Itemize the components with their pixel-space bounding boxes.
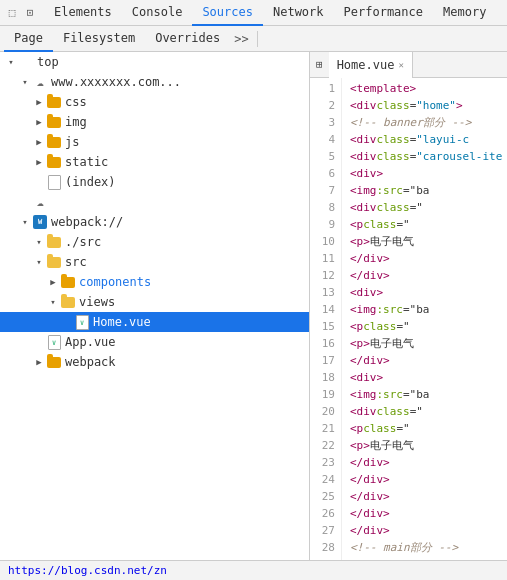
tree-item-static[interactable]: ▶ static [0, 152, 309, 172]
line-number: 11 [310, 250, 335, 267]
code-line: </div> [350, 352, 507, 369]
tree-label-views: views [79, 295, 115, 309]
tree-item-home-vue[interactable]: V Home.vue [0, 312, 309, 332]
tree-item-index[interactable]: (index) [0, 172, 309, 192]
subtoolbar: Page Filesystem Overrides >> [0, 26, 507, 52]
arrow-css: ▶ [32, 97, 46, 107]
code-line: </div> [350, 267, 507, 284]
code-line: <div class="carousel-ite [350, 148, 507, 165]
code-content: 1234567891011121314151617181920212223242… [310, 78, 507, 560]
line-numbers: 1234567891011121314151617181920212223242… [310, 78, 342, 560]
code-tab-bar: ⊞ Home.vue ✕ [310, 52, 507, 78]
attr-token: :src [377, 301, 404, 318]
tree-item-src-dot[interactable]: ▾ ./src [0, 232, 309, 252]
code-line: <div class=" [350, 199, 507, 216]
code-line: <div> [350, 165, 507, 182]
tab-sources[interactable]: Sources [192, 0, 263, 26]
tree-label-webpack: webpack:// [51, 215, 123, 229]
tab-memory[interactable]: Memory [433, 0, 496, 26]
plain-token: =" [396, 318, 409, 335]
code-tab-label: Home.vue [337, 58, 395, 72]
plain-token: 电子电气 [370, 233, 414, 250]
tab-network[interactable]: Network [263, 0, 334, 26]
line-number: 28 [310, 539, 335, 556]
str-token: "home" [416, 97, 456, 114]
tree-item-views[interactable]: ▾ views [0, 292, 309, 312]
attr-token: class [377, 148, 410, 165]
code-line: <p>电子电气 [350, 233, 507, 250]
line-number: 3 [310, 114, 335, 131]
str-token: "carousel-ite [416, 148, 502, 165]
device-icon[interactable]: ⊡ [22, 5, 38, 21]
tree-item-top[interactable]: ▾ top [0, 52, 309, 72]
tree-item-src[interactable]: ▾ src [0, 252, 309, 272]
toolbar-tabs: Elements Console Sources Network Perform… [44, 0, 496, 26]
tag-token: </div> [350, 250, 390, 267]
none-icon [18, 54, 34, 70]
tree-item-css[interactable]: ▶ css [0, 92, 309, 112]
code-line: <img :src="ba [350, 301, 507, 318]
code-line: <img :src="ba [350, 386, 507, 403]
tag-token: <div [350, 403, 377, 420]
code-line: <!-- main部分 --> [350, 539, 507, 556]
arrow-components: ▶ [46, 277, 60, 287]
arrow-views: ▾ [46, 297, 60, 307]
folder-open-icon-src [46, 254, 62, 270]
subtab-filesystem[interactable]: Filesystem [53, 26, 145, 52]
tag-token: </div> [350, 454, 390, 471]
tab-performance[interactable]: Performance [334, 0, 433, 26]
tab-console[interactable]: Console [122, 0, 193, 26]
line-number: 10 [310, 233, 335, 250]
tree-item-webpack-root[interactable]: ▾ W webpack:// [0, 212, 309, 232]
inspect-icon[interactable]: ⬚ [4, 5, 20, 21]
code-line: <div> [350, 284, 507, 301]
tag-token: </div> [350, 522, 390, 539]
folder-icon-js [46, 134, 62, 150]
plain-token: ="ba [403, 182, 430, 199]
panel-left-icon[interactable]: ⊞ [310, 58, 329, 71]
plain-token: =" [396, 420, 409, 437]
tree-label-home-vue: Home.vue [93, 315, 151, 329]
close-tab-icon[interactable]: ✕ [398, 60, 403, 70]
tree-label-top: top [37, 55, 59, 69]
tree-label-src: src [65, 255, 87, 269]
attr-token: class [363, 420, 396, 437]
subtab-page[interactable]: Page [4, 26, 53, 52]
attr-token: class [377, 97, 410, 114]
line-number: 23 [310, 454, 335, 471]
tree-label-webpack-folder: webpack [65, 355, 116, 369]
subtab-overrides[interactable]: Overrides [145, 26, 230, 52]
code-tab-home-vue[interactable]: Home.vue ✕ [329, 52, 413, 78]
tree-item-cloud2[interactable]: ☁ [0, 192, 309, 212]
line-number: 17 [310, 352, 335, 369]
tree-item-img[interactable]: ▶ img [0, 112, 309, 132]
line-number: 25 [310, 488, 335, 505]
code-line: <p class=" [350, 420, 507, 437]
folder-icon-css [46, 94, 62, 110]
tree-item-js[interactable]: ▶ js [0, 132, 309, 152]
tag-token: <p> [350, 233, 370, 250]
code-line: <!-- banner部分 --> [350, 114, 507, 131]
tree-item-cloud1[interactable]: ▾ ☁ www.xxxxxxx.com... [0, 72, 309, 92]
more-tabs-button[interactable]: >> [230, 32, 252, 46]
tag-token: <div> [350, 165, 383, 182]
code-line: </div> [350, 488, 507, 505]
line-number: 18 [310, 369, 335, 386]
line-number: 5 [310, 148, 335, 165]
attr-token: class [363, 216, 396, 233]
tree-item-webpack-folder[interactable]: ▶ webpack [0, 352, 309, 372]
tree-item-app-vue[interactable]: V App.vue [0, 332, 309, 352]
plain-token: = [410, 131, 417, 148]
line-number: 26 [310, 505, 335, 522]
tag-token: <p [350, 420, 363, 437]
tree-item-components[interactable]: ▶ components [0, 272, 309, 292]
arrow-src-dot: ▾ [32, 237, 46, 247]
line-number: 19 [310, 386, 335, 403]
main-area: ▾ top ▾ ☁ www.xxxxxxx.com... ▶ css ▶ img [0, 52, 507, 560]
file-icon-index [46, 174, 62, 190]
url-text: https://blog.csdn.net/zn [8, 564, 167, 577]
plain-token: =" [396, 216, 409, 233]
code-line: </div> [350, 250, 507, 267]
line-number: 7 [310, 182, 335, 199]
tab-elements[interactable]: Elements [44, 0, 122, 26]
